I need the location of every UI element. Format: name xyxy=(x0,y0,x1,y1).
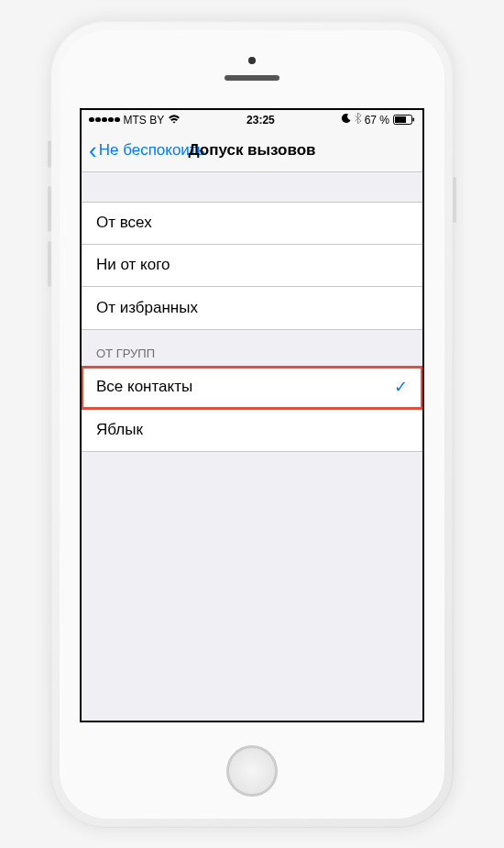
groups-list: Все контакты ✓ Яблык xyxy=(82,366,422,452)
clock: 23:25 xyxy=(247,114,275,127)
option-label: От избранных xyxy=(96,299,198,317)
option-label: Ни от кого xyxy=(96,256,170,274)
svg-rect-2 xyxy=(412,118,414,122)
chevron-left-icon: ‹ xyxy=(89,138,97,162)
battery-percent: 67 % xyxy=(365,114,389,127)
wifi-icon xyxy=(168,114,181,127)
volume-up-button xyxy=(48,186,51,232)
mute-switch xyxy=(48,140,51,168)
battery-icon xyxy=(393,115,415,125)
signal-strength-icon xyxy=(89,117,120,123)
status-bar: MTS BY 23:25 67 % xyxy=(82,110,422,130)
moon-icon xyxy=(341,114,351,127)
allow-calls-group: От всех Ни от кого От избранных xyxy=(82,202,422,330)
status-left: MTS BY xyxy=(89,114,181,127)
bluetooth-icon xyxy=(355,113,361,127)
option-label: Все контакты xyxy=(96,378,192,396)
earpiece-speaker xyxy=(225,75,279,81)
volume-down-button xyxy=(48,241,51,287)
option-everyone[interactable]: От всех xyxy=(82,203,422,245)
content-area: От всех Ни от кого От избранных ОТ ГРУПП… xyxy=(82,172,422,721)
groups-section-header: ОТ ГРУПП xyxy=(82,330,422,366)
home-button[interactable] xyxy=(226,745,278,797)
option-favorites[interactable]: От избранных xyxy=(82,287,422,329)
power-button xyxy=(453,177,456,223)
phone-inner: MTS BY 23:25 67 % xyxy=(60,30,444,819)
option-label: От всех xyxy=(96,214,152,232)
section-spacer xyxy=(82,172,422,202)
nav-bar: ‹ Не беспокоить Допуск вызовов xyxy=(82,130,422,172)
screen: MTS BY 23:25 67 % xyxy=(80,108,424,722)
phone-frame: MTS BY 23:25 67 % xyxy=(50,21,454,828)
option-label: Яблык xyxy=(96,421,143,439)
option-no-one[interactable]: Ни от кого xyxy=(82,245,422,287)
checkmark-icon: ✓ xyxy=(394,377,408,397)
carrier-label: MTS BY xyxy=(124,114,165,127)
option-all-contacts[interactable]: Все контакты ✓ xyxy=(82,367,422,409)
option-yablyk[interactable]: Яблык xyxy=(82,409,422,451)
page-title: Допуск вызовов xyxy=(188,141,315,160)
svg-rect-1 xyxy=(395,116,406,123)
phone-top-area xyxy=(60,30,444,108)
status-right: 67 % xyxy=(341,113,415,127)
front-camera xyxy=(248,57,256,64)
